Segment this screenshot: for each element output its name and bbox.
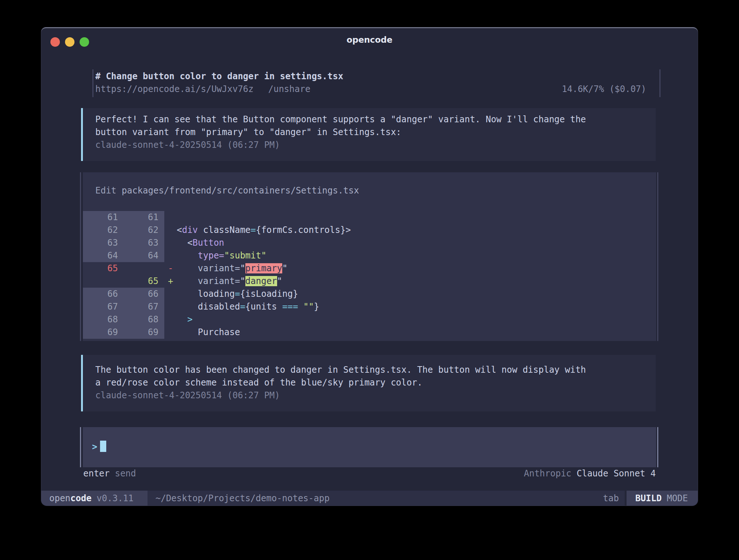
message-line: a red/rose color scheme instead of the b… <box>95 376 656 389</box>
diff-row: 6666 loading={isLoading} <box>83 288 656 300</box>
message-line: The button color has been changed to dan… <box>95 364 656 376</box>
keybind-key: enter <box>83 468 110 479</box>
diff-row: 6262<div className={formCs.controls}> <box>83 224 656 237</box>
share-url-link[interactable]: https://opencode.ai/s/UwJxv76z <box>95 84 253 94</box>
edit-verb: Edit <box>95 185 116 196</box>
window-title: opencode <box>41 35 698 45</box>
diff-table: 61616262<div className={formCs.controls}… <box>83 211 656 339</box>
mode-name: BUILD <box>635 493 662 503</box>
hint-row: enter send Anthropic Claude Sonnet 4 <box>83 467 656 480</box>
edited-file-path: packages/frontend/src/containers/Setting… <box>122 185 359 196</box>
working-directory: ~/Desktop/Projects/demo-notes-app <box>156 493 603 503</box>
assistant-message: The button color has been changed to dan… <box>81 355 656 411</box>
app-version: v0.3.11 <box>97 493 134 503</box>
diff-row: 65- variant="primary" <box>83 262 656 275</box>
diff-row: 6161 <box>83 211 656 224</box>
model-name: Claude Sonnet 4 <box>577 468 656 479</box>
prompt-left-rule <box>80 427 81 467</box>
app-name-code: code <box>70 493 92 503</box>
diff-row: 6363 <Button <box>83 237 656 249</box>
diff-row: 6868 > <box>83 313 656 326</box>
unshare-command[interactable]: /unshare <box>268 84 310 94</box>
titlebar: opencode <box>41 28 698 54</box>
session-title: # Change button color to danger in setti… <box>95 70 646 83</box>
opencode-terminal-window: opencode # Change button color to danger… <box>41 27 698 506</box>
context-usage-counter: 14.6K/7% ($0.07) <box>562 83 646 96</box>
assistant-message: Perfect! I can see that the Button compo… <box>81 108 656 161</box>
edit-tool-title: Edit packages/frontend/src/containers/Se… <box>83 184 656 197</box>
tool-block-left-rule <box>80 172 81 341</box>
model-timestamp: claude-sonnet-4-20250514 (06:27 PM) <box>95 389 656 402</box>
edit-tool-block: Edit packages/frontend/src/containers/Se… <box>83 172 656 341</box>
prompt-symbol: > <box>92 442 97 452</box>
provider-name: Anthropic <box>524 468 571 479</box>
prompt-right-rule <box>657 427 658 467</box>
diff-row: 65+ variant="danger" <box>83 275 656 288</box>
model-timestamp: claude-sonnet-4-20250514 (06:27 PM) <box>95 139 656 151</box>
message-line: button variant from "primary" to "danger… <box>95 126 656 139</box>
tab-keybind-hint[interactable]: tab <box>603 493 619 503</box>
model-info: Anthropic Claude Sonnet 4 <box>524 467 656 480</box>
app-name-open: open <box>49 493 70 503</box>
session-header: # Change button color to danger in setti… <box>92 69 660 97</box>
keybind-action: send <box>115 468 136 479</box>
prompt-input[interactable]: > <box>83 427 656 467</box>
app-version-segment: opencode v0.3.11 <box>41 491 148 506</box>
status-bar: opencode v0.3.11 ~/Desktop/Projects/demo… <box>41 491 698 506</box>
mode-badge: BUILD MODE <box>627 491 698 506</box>
send-keybind-hint: enter send <box>83 467 136 480</box>
diff-row: 6969 Purchase <box>83 326 656 339</box>
diff-row: 6464 type="submit" <box>83 249 656 262</box>
message-line: Perfect! I can see that the Button compo… <box>95 113 656 126</box>
diff-row: 6767 disabled={units === ""} <box>83 300 656 313</box>
text-cursor <box>100 441 106 452</box>
mode-label: MODE <box>667 493 688 503</box>
tool-block-right-rule <box>657 172 658 341</box>
